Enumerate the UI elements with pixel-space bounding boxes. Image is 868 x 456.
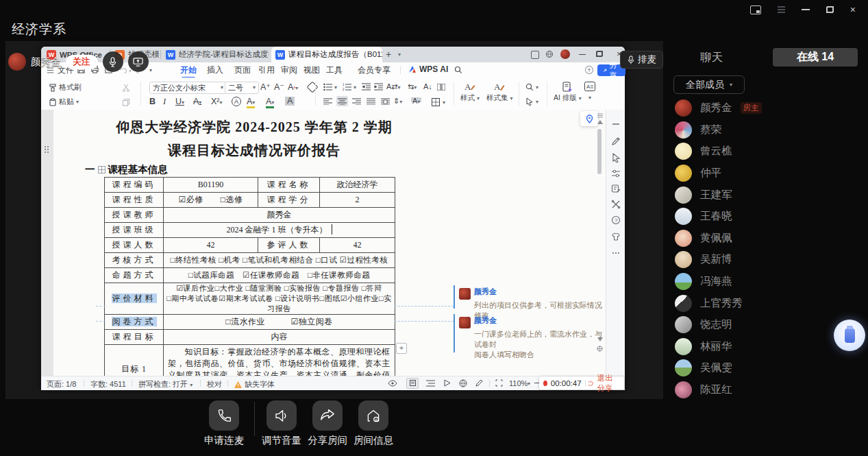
align-left-icon[interactable] <box>323 98 332 105</box>
skin-theme-icon[interactable] <box>611 232 621 241</box>
zoom-level[interactable]: 110% <box>509 379 528 387</box>
columns-icon[interactable] <box>437 84 445 91</box>
ai-layout-button[interactable]: AI 排版 ▾ <box>554 82 582 103</box>
member-row[interactable]: 仲平 <box>675 163 860 184</box>
wps-account-avatar[interactable] <box>560 49 570 59</box>
char-shading-icon[interactable]: A <box>285 97 295 106</box>
paste-button[interactable]: 粘贴▾ <box>49 97 79 107</box>
eye-protect-icon[interactable] <box>388 380 397 387</box>
wps-minimize-icon[interactable] <box>579 54 586 55</box>
align-right-icon[interactable] <box>352 98 361 105</box>
scrollbar-thumb[interactable] <box>597 129 602 174</box>
request-mic-button[interactable] <box>209 400 239 431</box>
styles-button[interactable]: A 样式 ▾ <box>460 82 480 103</box>
more-icon[interactable] <box>611 248 621 258</box>
borders-icon[interactable] <box>432 98 440 106</box>
bold-icon[interactable]: B <box>149 97 156 106</box>
font-size-select[interactable]: 二号▾ <box>225 82 259 94</box>
tab-document-template[interactable]: W 经济学院-课程目标达成度报告模版.d <box>162 47 269 62</box>
align-center-icon[interactable] <box>338 98 347 105</box>
room-info-button[interactable] <box>358 400 388 431</box>
shading-icon[interactable]: A▾ <box>411 97 421 105</box>
scroll-up-icon[interactable] <box>597 120 603 124</box>
asian-layout-icon[interactable]: ⇆▾ <box>408 83 417 91</box>
menu-tools[interactable]: 工具 <box>326 64 343 76</box>
superscript-icon[interactable]: X²▾ <box>211 97 223 106</box>
member-row[interactable]: 饶志明 <box>675 314 860 336</box>
bullet-list-icon[interactable] <box>323 83 333 91</box>
member-row[interactable]: 蔡荣 <box>675 119 860 141</box>
menu-review[interactable]: 审阅 <box>281 64 297 76</box>
find-icon[interactable] <box>525 83 534 91</box>
decrease-indent-icon[interactable] <box>362 83 371 91</box>
mini-window-icon[interactable] <box>750 5 761 14</box>
cloud-sync-icon[interactable] <box>584 65 594 75</box>
select-browse-icon[interactable] <box>597 346 603 352</box>
close-icon[interactable]: × <box>850 5 856 14</box>
restore-icon[interactable] <box>826 6 834 13</box>
member-row[interactable]: 王春晓 <box>675 206 860 228</box>
strikethrough-icon[interactable]: A▾ <box>193 97 201 106</box>
word-count[interactable]: 字数: 4511 <box>90 379 126 389</box>
member-row[interactable]: 吴佩雯 <box>675 357 860 379</box>
member-row[interactable]: 陈亚红 <box>675 379 860 401</box>
menu-home[interactable]: 开始 <box>180 64 197 76</box>
usb-floating-icon[interactable] <box>834 320 865 351</box>
member-row[interactable]: 王建军 <box>675 184 860 206</box>
align-justify-icon[interactable] <box>367 98 375 105</box>
table-drag-handle[interactable] <box>44 145 49 154</box>
tab-online[interactable]: 在线 14 <box>773 48 858 67</box>
scroll-top-icon[interactable] <box>597 113 603 118</box>
wps-restore-icon[interactable] <box>596 51 603 57</box>
spell-check[interactable]: 拼写检查: 打开 ▾ <box>138 379 193 389</box>
wps-mini-mode-icon[interactable] <box>531 51 539 59</box>
menu-page[interactable]: 页面 <box>234 64 251 76</box>
missing-font-warning[interactable]: 缺失字体 <box>234 379 275 389</box>
comment-card[interactable]: 颜秀金 一门课多位老师上的，需流水作业，与试卷封 阅卷人填写相吻合 <box>458 315 606 360</box>
presenter-mic-button[interactable] <box>103 51 123 72</box>
share-room-button[interactable] <box>312 400 343 431</box>
volume-button[interactable] <box>266 400 297 431</box>
select-tool-icon[interactable] <box>611 153 621 163</box>
tab-document-active[interactable]: W 课程目标达成度报告（B0119 × <box>271 47 382 62</box>
toolbar-collapse-caret-icon[interactable]: ▾ <box>149 68 152 73</box>
tools-icon[interactable] <box>611 200 621 209</box>
menu-reference[interactable]: 引用 <box>258 64 275 76</box>
document-page[interactable]: 仰恩大学经济学院 2024-2025 学年第 2 学期 课程目标达成情况评价报告… <box>53 110 606 376</box>
format-painter-button[interactable]: 格式刷 <box>49 82 82 93</box>
outline-view-icon[interactable] <box>426 380 435 387</box>
menu-member[interactable]: 会员专享 <box>358 64 390 76</box>
distribute-icon[interactable] <box>381 98 390 105</box>
outline-grid-icon[interactable] <box>98 166 106 173</box>
new-tab-icon[interactable]: + <box>386 49 391 60</box>
edit-pen-icon[interactable] <box>611 136 621 146</box>
menu-icon[interactable] <box>778 9 785 10</box>
search-icon[interactable] <box>454 66 462 74</box>
adjust-sliders-icon[interactable] <box>611 169 621 178</box>
zoom-caret-icon[interactable]: ▾ <box>528 381 530 387</box>
tab-list-caret-icon[interactable]: ▾ <box>398 52 401 58</box>
font-name-select[interactable]: 方正公文小标宋▾ <box>149 82 227 94</box>
member-row[interactable]: 曾云樵 <box>675 141 860 163</box>
ink-pen-icon[interactable] <box>475 379 483 387</box>
notebook-pen-icon[interactable] <box>611 184 621 193</box>
numbered-list-icon[interactable]: 12 <box>343 83 352 91</box>
help-icon[interactable]: ? <box>611 215 621 225</box>
document-canvas[interactable]: 仰恩大学经济学院 2024-2025 学年第 2 学期 课程目标达成情况评价报告… <box>41 110 625 376</box>
member-row[interactable]: 吴新博 <box>675 249 860 271</box>
line-spacing-icon[interactable]: ⇕▾ <box>393 97 402 105</box>
menu-view[interactable]: 视图 <box>303 64 320 76</box>
tab-chat[interactable]: 聊天 <box>700 50 723 65</box>
follow-button[interactable]: 关注 <box>66 55 98 69</box>
cut-icon[interactable] <box>122 84 130 92</box>
copy-icon[interactable] <box>122 98 130 106</box>
font-color-icon[interactable]: A▾ <box>266 97 274 108</box>
style-set-button[interactable]: A 样式集 ▾ <box>486 82 512 103</box>
minimize-icon[interactable] <box>802 9 810 10</box>
exit-share-button[interactable]: 退出分享 <box>597 373 620 394</box>
wps-globe-icon[interactable] <box>545 50 554 58</box>
member-filter-dropdown[interactable]: 全部成员 ▾ <box>673 75 745 94</box>
decrease-font-icon[interactable]: A⁻ <box>274 83 284 92</box>
member-row[interactable]: 上官秀秀 <box>675 292 860 314</box>
print-layout-view-button[interactable] <box>406 378 419 389</box>
